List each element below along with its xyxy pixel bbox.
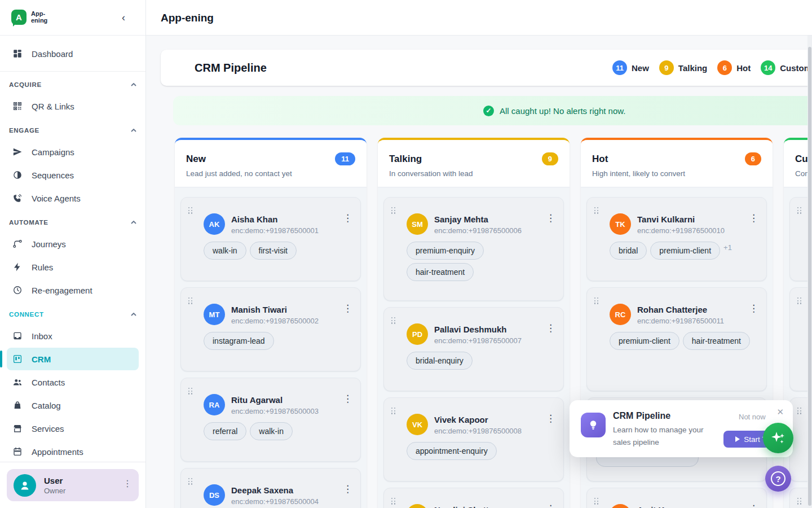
inbox-icon — [12, 331, 23, 341]
drag-handle-icon[interactable] — [797, 297, 802, 304]
sidebar-item-catalog[interactable]: Catalog — [7, 394, 139, 417]
card-menu-button[interactable]: ⋮ — [343, 394, 352, 404]
section-acquire[interactable]: ACQUIRE — [9, 79, 136, 90]
tag-list: bridal premium-client +1 — [610, 242, 757, 260]
stat-hot: 6 Hot — [717, 60, 751, 75]
sidebar-item-dashboard[interactable]: Dashboard — [7, 42, 139, 65]
chevron-up-icon — [131, 313, 136, 316]
lead-card[interactable]: ⋮ DS Deepak Saxena enc:demo:+91987650000… — [180, 468, 361, 508]
card-menu-button[interactable]: ⋮ — [343, 484, 352, 494]
lead-name: Vivek Kapoor — [434, 415, 522, 424]
sidebar-item-label: Services — [32, 424, 64, 433]
sidebar-item-appointments[interactable]: Appointments — [7, 440, 139, 463]
tag: bridal-enquiry — [407, 352, 473, 370]
drag-handle-icon[interactable] — [188, 478, 193, 485]
drag-handle-icon[interactable] — [391, 317, 396, 324]
drag-handle-icon[interactable] — [797, 408, 802, 414]
chevron-up-icon — [131, 221, 136, 224]
column-title: Talking — [389, 154, 422, 165]
stat-count-badge: 11 — [612, 60, 627, 75]
avatar: VK — [407, 414, 428, 435]
sidebar-collapse-button[interactable]: ‹ — [117, 11, 130, 24]
sidebar-item-journeys[interactable]: Journeys — [7, 233, 139, 255]
sidebar-item-crm[interactable]: CRM — [7, 348, 139, 370]
section-connect[interactable]: CONNECT — [9, 309, 136, 320]
brand-line1: App- — [31, 10, 45, 17]
tour-dismiss-button[interactable]: Not now — [739, 413, 766, 421]
lead-card[interactable]: ⋮ RA Ritu Agarwal enc:demo:+919876500003… — [180, 378, 361, 462]
sidebar-item-label: Inbox — [32, 331, 52, 341]
tag-list: bridal-enquiry — [407, 352, 554, 370]
drag-handle-icon[interactable] — [797, 207, 802, 214]
column-subtitle: In conversation with lead — [389, 169, 558, 178]
sidebar-item-qr-links[interactable]: QR & Links — [7, 95, 139, 117]
sidebar-item-voice-agents[interactable]: Voice Agents — [7, 187, 139, 209]
card-menu-button[interactable]: ⋮ — [749, 213, 758, 223]
drag-handle-icon[interactable] — [188, 297, 193, 304]
sidebar-item-label: Contacts — [32, 378, 65, 387]
card-menu-button[interactable]: ⋮ — [343, 213, 352, 223]
sparkles-icon — [770, 430, 787, 446]
close-icon[interactable]: ✕ — [776, 407, 784, 417]
drag-handle-icon[interactable] — [391, 498, 396, 505]
drag-handle-icon[interactable] — [391, 408, 396, 414]
person-icon — [18, 479, 32, 492]
more-tags-count: +1 — [723, 243, 732, 252]
section-automate[interactable]: AUTOMATE — [9, 217, 136, 228]
lead-card[interactable]: ⋮ PD Pallavi Deshmukh enc:demo:+91987650… — [383, 307, 564, 391]
lead-name: Deepak Saxena — [231, 485, 319, 495]
lead-card[interactable]: ⋮ SM Sanjay Mehta enc:demo:+919876500006… — [383, 197, 564, 301]
lead-card[interactable]: ⋮ Amit Kumar — [586, 488, 767, 508]
drag-handle-icon[interactable] — [594, 207, 599, 214]
sidebar-item-services[interactable]: Services — [7, 417, 139, 440]
lead-phone: enc:demo:+919876500002 — [231, 317, 319, 325]
drag-handle-icon[interactable] — [391, 207, 396, 214]
tag: first-visit — [250, 242, 297, 260]
card-menu-button[interactable]: ⋮ — [546, 414, 555, 423]
user-menu-button[interactable]: ⋮ — [123, 479, 132, 488]
section-engage[interactable]: ENGAGE — [9, 125, 136, 136]
lead-card[interactable]: ⋮ RC Rohan Chatterjee enc:demo:+91987650… — [586, 287, 767, 391]
tour-description: Learn how to manage your sales pipeline — [613, 424, 723, 448]
sidebar-item-re-engagement[interactable]: Re-engagement — [7, 279, 139, 301]
tag: premium-client — [610, 332, 679, 350]
card-menu-button[interactable]: ⋮ — [749, 304, 758, 313]
sidebar-item-sequences[interactable]: Sequences — [7, 164, 139, 186]
sidebar-item-inbox[interactable]: Inbox — [7, 325, 139, 347]
stat-count-badge: 9 — [659, 60, 674, 75]
section-label: ENGAGE — [9, 127, 39, 134]
sidebar-item-campaigns[interactable]: Campaigns — [7, 141, 139, 163]
vertical-scrollbar[interactable] — [807, 36, 812, 508]
column-body: ⋮ TK Tanvi Kulkarni enc:demo:+9198765000… — [581, 187, 773, 508]
app-logo[interactable]: A App- ening — [11, 10, 47, 25]
card-menu-button[interactable]: ⋮ — [546, 213, 555, 223]
lead-card[interactable]: ⋮ TK Tanvi Kulkarni enc:demo:+9198765000… — [586, 197, 767, 281]
drag-handle-icon[interactable] — [594, 498, 599, 505]
app-logo-text: App- ening — [31, 11, 47, 24]
avatar: DS — [204, 484, 225, 506]
sidebar-item-contacts[interactable]: Contacts — [7, 371, 139, 393]
lead-card[interactable]: ⋮ MT Manish Tiwari enc:demo:+91987650000… — [180, 287, 361, 371]
column-subtitle: High intent, likely to convert — [592, 169, 761, 178]
tag-list: premium-client hair-treatment — [610, 332, 757, 350]
main-area: App-ening CRM Pipeline 11 New 9 Talking … — [146, 0, 812, 508]
card-menu-button[interactable]: ⋮ — [546, 504, 555, 508]
lead-card[interactable]: ⋮ VK Vivek Kapoor enc:demo:+919876500008… — [383, 397, 564, 481]
sidebar-item-rules[interactable]: Rules — [7, 256, 139, 278]
drag-handle-icon[interactable] — [188, 388, 193, 395]
ai-assistant-fab[interactable] — [763, 423, 793, 453]
drag-handle-icon[interactable] — [594, 297, 599, 304]
scrollbar-thumb[interactable] — [808, 47, 811, 506]
stat-label: Hot — [736, 63, 751, 73]
card-menu-button[interactable]: ⋮ — [749, 504, 758, 508]
lead-card[interactable]: ⋮ Nandini Shetty — [383, 488, 564, 508]
user-profile[interactable]: User Owner ⋮ — [7, 469, 139, 501]
stat-count-badge: 14 — [761, 60, 775, 75]
drag-handle-icon[interactable] — [797, 498, 802, 505]
tag: instagram-lead — [204, 332, 274, 350]
lead-card[interactable]: ⋮ AK Aisha Khan enc:demo:+919876500001 w… — [180, 197, 361, 281]
drag-handle-icon[interactable] — [188, 207, 193, 214]
card-menu-button[interactable]: ⋮ — [343, 304, 352, 313]
card-menu-button[interactable]: ⋮ — [546, 323, 555, 333]
help-fab[interactable]: ? — [765, 466, 791, 492]
